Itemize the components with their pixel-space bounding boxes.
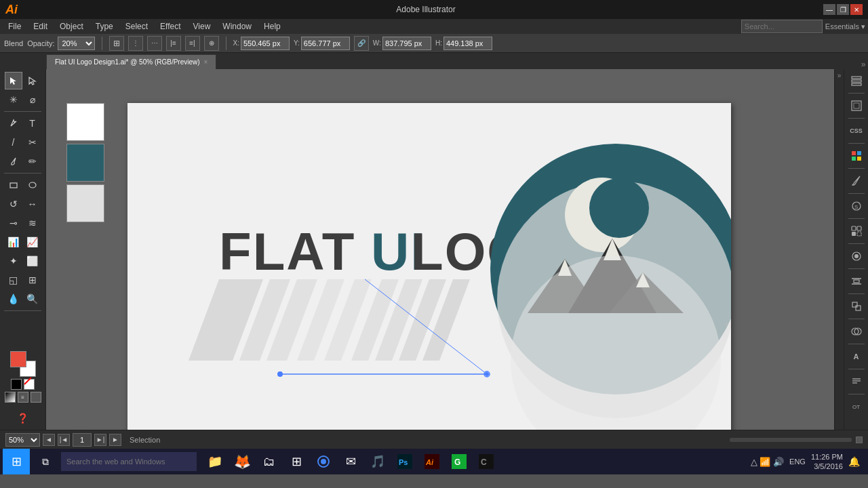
distribute-h-icon[interactable]: |≡: [166, 36, 181, 51]
pen-tool[interactable]: [5, 115, 22, 132]
transform-panel-icon[interactable]: [848, 298, 865, 315]
maximize-button[interactable]: ❐: [837, 4, 849, 15]
notifications-icon[interactable]: 🔔: [848, 456, 860, 467]
teal-swatch[interactable]: [66, 144, 104, 182]
first-page-button[interactable]: |◄: [58, 434, 70, 446]
taskbar-windows-icon[interactable]: ⊞: [283, 449, 309, 474]
panel-toggle[interactable]: »: [859, 60, 868, 69]
character-panel-icon[interactable]: A: [848, 348, 865, 365]
pathfinder-panel-icon[interactable]: [848, 323, 865, 340]
swatches-panel-icon[interactable]: [848, 147, 865, 165]
warp-tool[interactable]: ≋: [24, 214, 41, 232]
task-view-button[interactable]: ⧉: [33, 449, 58, 474]
align-panel-icon[interactable]: [848, 272, 865, 290]
taskbar-app1-icon[interactable]: G: [446, 449, 472, 474]
pencil-tool[interactable]: ✏: [24, 152, 41, 170]
swap-colors-icon[interactable]: [11, 379, 22, 390]
graphic-styles-icon[interactable]: [848, 222, 865, 240]
menu-edit[interactable]: Edit: [28, 20, 53, 33]
start-button[interactable]: ⊞: [3, 449, 30, 474]
symbol-sprayer-tool[interactable]: ✦: [5, 252, 22, 270]
no-color-swatch[interactable]: [24, 379, 35, 390]
mesh-tool[interactable]: ⊞: [24, 271, 41, 289]
width-tool[interactable]: ⊸: [5, 214, 22, 232]
menu-view[interactable]: View: [188, 20, 216, 33]
gradient-fill-swatch[interactable]: [5, 392, 16, 403]
menu-effect[interactable]: Effect: [155, 20, 186, 33]
last-page-button[interactable]: ►|: [94, 434, 106, 446]
type-tool[interactable]: T: [24, 115, 41, 132]
distribute-v-icon[interactable]: ≡|: [185, 36, 200, 51]
menu-file[interactable]: File: [3, 20, 26, 33]
taskbar-media-icon[interactable]: 🎵: [365, 449, 391, 474]
y-input[interactable]: [301, 37, 350, 50]
menu-object[interactable]: Object: [54, 20, 89, 33]
link-icon[interactable]: 🔗: [354, 36, 369, 51]
window-controls[interactable]: — ❐ ✕: [823, 4, 863, 15]
css-panel-icon[interactable]: CSS: [848, 122, 865, 140]
taskbar-ai-icon[interactable]: Ai: [419, 449, 445, 474]
prev-page-button[interactable]: ◄: [43, 434, 55, 446]
align-h-icon[interactable]: ⋮: [128, 36, 143, 51]
ellipse-tool[interactable]: [24, 176, 41, 194]
zoom-tool[interactable]: 🔍: [24, 290, 41, 308]
taskbar-app2-icon[interactable]: C: [473, 449, 499, 474]
direct-selection-tool[interactable]: [24, 72, 41, 89]
scissors-tool[interactable]: ✂: [24, 134, 41, 151]
paintbrush-tool[interactable]: [5, 152, 22, 170]
appearance-panel-icon[interactable]: [848, 247, 865, 265]
taskbar-ps-icon[interactable]: Ps: [392, 449, 418, 474]
menu-type[interactable]: Type: [90, 20, 119, 33]
lightgray-swatch[interactable]: [66, 184, 104, 222]
reflect-tool[interactable]: ↔: [24, 195, 41, 213]
zoom-select[interactable]: 50%25%100%: [5, 433, 40, 447]
w-input[interactable]: [382, 37, 431, 50]
align-v-icon[interactable]: ⋯: [147, 36, 162, 51]
rotate-tool[interactable]: ↺: [5, 195, 22, 213]
pattern-fill-swatch[interactable]: ≡: [18, 392, 28, 403]
document-tab[interactable]: Flat UI Logo Design1.ai* @ 50% (RGB/Prev…: [46, 54, 216, 69]
none-fill-swatch[interactable]: [31, 392, 41, 403]
opentype-panel-icon[interactable]: OT: [848, 398, 865, 415]
search-input[interactable]: [741, 20, 823, 33]
layers-panel-icon[interactable]: [848, 72, 865, 89]
page-number-input[interactable]: [73, 433, 92, 447]
anchor-icon[interactable]: ⊕: [204, 36, 219, 51]
column-tool[interactable]: ⬜: [24, 252, 41, 270]
taskbar-firefox-icon[interactable]: 🦊: [229, 449, 255, 474]
taskbar-mail-icon[interactable]: ✉: [338, 449, 363, 474]
eyedropper-tool[interactable]: 💧: [5, 290, 22, 308]
tab-close-button[interactable]: ×: [204, 58, 208, 66]
close-button[interactable]: ✕: [850, 4, 863, 15]
right-expand-toggle[interactable]: »: [834, 69, 844, 430]
help-tool[interactable]: ❓: [14, 409, 32, 427]
gradient-tool[interactable]: ◱: [5, 271, 22, 289]
h-input[interactable]: [443, 37, 492, 50]
column-graph-tool[interactable]: 📈: [24, 233, 41, 251]
opacity-select[interactable]: 20%100%50%: [58, 37, 95, 50]
magic-wand-tool[interactable]: ✳: [5, 91, 22, 108]
minimize-button[interactable]: —: [823, 4, 835, 15]
artboards-panel-icon[interactable]: [848, 97, 865, 115]
white-swatch[interactable]: [66, 103, 104, 141]
graph-tool[interactable]: 📊: [5, 233, 22, 251]
taskbar-files-icon[interactable]: 🗂: [256, 449, 282, 474]
selection-tool[interactable]: [5, 72, 22, 89]
taskbar-chrome-icon[interactable]: [311, 449, 336, 474]
transform-icon[interactable]: ⊞: [109, 36, 124, 51]
lasso-tool[interactable]: ⌀: [24, 91, 41, 108]
menu-help[interactable]: Help: [258, 20, 286, 33]
line-tool[interactable]: /: [5, 134, 22, 151]
next-page-button[interactable]: ►: [109, 434, 121, 446]
paragraph-panel-icon[interactable]: [848, 373, 865, 390]
resize-handle[interactable]: [856, 436, 863, 443]
scroll-bar-horizontal[interactable]: [730, 438, 852, 442]
x-input[interactable]: [241, 37, 290, 50]
menu-window[interactable]: Window: [217, 20, 257, 33]
rectangle-tool[interactable]: [5, 176, 22, 194]
symbols-panel-icon[interactable]: S: [848, 197, 865, 215]
taskbar-explorer-icon[interactable]: 📁: [202, 449, 228, 474]
taskbar-search-input[interactable]: [61, 452, 197, 471]
brushes-panel-icon[interactable]: [848, 172, 865, 190]
foreground-color-swatch[interactable]: [10, 351, 26, 367]
